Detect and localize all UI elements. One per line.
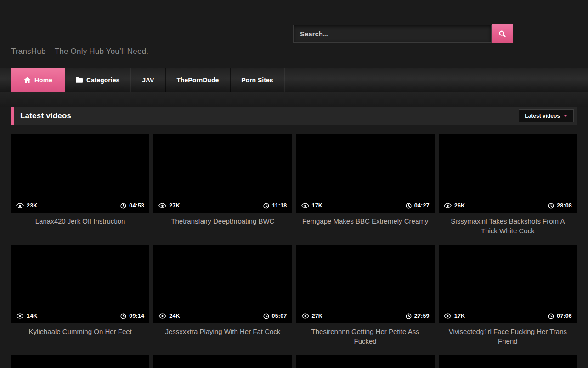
duration-stat: 05:07 [263,313,287,319]
search-bar [293,25,513,43]
nav-item-theporndude[interactable]: ThePornDude [165,68,230,92]
clock-icon [263,203,269,209]
video-thumbnail: 14K 09:14 [11,245,149,323]
eye-icon [301,313,309,319]
video-thumbnail [153,355,292,368]
nav-shadow [0,92,588,107]
duration-stat: 07:06 [548,313,572,319]
eye-icon [158,313,166,319]
views-stat: 17K [444,313,465,319]
video-thumbnail [296,355,435,368]
video-title: Jessxxxtra Playing With Her Fat Cock [153,323,292,355]
duration-value: 04:27 [414,202,430,209]
views-count: 24K [169,313,180,319]
video-stats-bar: 27K 27:59 [296,309,435,323]
video-thumbnail: 26K 28:08 [439,134,577,213]
video-card[interactable]: 17K 04:27 Femgape Makes BBC Extremely Cr… [296,134,435,245]
eye-icon [301,203,309,208]
sort-dropdown-label: Latest videos [525,113,560,119]
video-thumbnail [439,355,577,368]
duration-value: 28:08 [557,202,572,209]
video-thumbnail: 17K 04:27 [296,134,435,213]
video-card[interactable] [439,355,577,368]
views-stat: 17K [301,202,323,209]
views-count: 14K [27,313,38,319]
video-card[interactable] [296,355,435,368]
video-thumbnail: 24K 05:07 [153,245,292,323]
views-count: 27K [169,202,180,209]
video-card[interactable]: 14K 09:14 Kyliehaale Cumming On Her Feet [11,245,149,355]
nav-item-label: Porn Sites [241,76,273,84]
video-card[interactable]: 17K 07:06 Vivisectedg1rl Face Fucking He… [439,245,577,355]
search-icon [498,30,506,38]
video-stats-bar: 14K 09:14 [11,309,149,323]
section-title: Latest videos [20,111,71,121]
video-stats-bar: 24K 05:07 [153,309,292,323]
eye-icon [444,203,452,208]
duration-value: 05:07 [272,313,287,319]
site-title[interactable]: TransHub – The Only Hub You’ll Need. [11,47,148,56]
clock-icon [406,203,412,209]
duration-stat: 27:59 [406,313,430,319]
duration-stat: 04:53 [120,202,144,209]
nav-item-categories[interactable]: Categories [65,68,131,92]
video-title: Thesirennnn Getting Her Petite Ass Fucke… [296,323,435,355]
clock-icon [548,203,554,209]
video-title: Lanax420 Jerk Off Instruction [11,213,149,245]
eye-icon [158,203,166,208]
video-card[interactable]: 24K 05:07 Jessxxxtra Playing With Her Fa… [153,245,292,355]
video-grid: 23K 04:53 Lanax420 Jerk Off Instruction [11,134,577,368]
views-count: 26K [454,202,465,209]
clock-icon [120,313,126,319]
duration-stat: 04:27 [406,202,430,209]
eye-icon [16,313,24,319]
video-card[interactable]: 27K 27:59 Thesirennnn Getting Her Petite… [296,245,435,355]
search-input[interactable] [293,25,492,43]
clock-icon [263,313,269,319]
video-stats-bar: 26K 28:08 [439,199,577,213]
clock-icon [406,313,412,319]
duration-value: 11:18 [272,202,287,209]
video-title: Vivisectedg1rl Face Fucking Her Trans Fr… [439,323,577,355]
views-stat: 27K [158,202,180,209]
video-title: Thetransfairy Deepthroating BWC [153,213,292,245]
views-count: 23K [27,202,38,209]
views-stat: 23K [16,202,38,209]
home-icon [24,77,31,83]
section-header: Latest videos Latest videos [11,107,577,125]
video-card[interactable] [153,355,292,368]
eye-icon [16,203,24,208]
nav-item-home[interactable]: Home [11,68,65,92]
duration-stat: 28:08 [548,202,572,209]
duration-stat: 11:18 [263,202,287,209]
video-thumbnail: 27K 11:18 [153,134,292,213]
nav-item-label: Home [34,76,52,84]
views-stat: 24K [158,313,180,319]
nav-item-jav[interactable]: JAV [131,68,165,92]
video-card[interactable]: 27K 11:18 Thetransfairy Deepthroating BW… [153,134,292,245]
video-card[interactable]: 26K 28:08 Sissymaxinl Takes Backshots Fr… [439,134,577,245]
main-nav: Home Categories JAV ThePornDude Porn Sit… [0,68,588,92]
nav-item-label: ThePornDude [176,76,219,84]
video-card[interactable] [11,355,149,368]
video-stats-bar: 17K 04:27 [296,199,435,213]
nav-item-porn-sites[interactable]: Porn Sites [230,68,284,92]
folder-icon [76,77,83,83]
site-header: TransHub – The Only Hub You’ll Need. [0,0,588,68]
search-button[interactable] [492,24,513,43]
views-count: 17K [454,313,465,319]
duration-stat: 09:14 [120,313,144,319]
video-title: Kyliehaale Cumming On Her Feet [11,323,149,355]
video-thumbnail [11,355,149,368]
nav-item-label: JAV [142,76,154,84]
video-thumbnail: 17K 07:06 [439,245,577,323]
views-count: 17K [312,202,323,209]
sort-dropdown[interactable]: Latest videos [519,109,574,122]
video-card[interactable]: 23K 04:53 Lanax420 Jerk Off Instruction [11,134,149,245]
views-stat: 27K [301,313,323,319]
clock-icon [120,203,126,209]
video-thumbnail: 23K 04:53 [11,134,149,213]
eye-icon [444,313,452,319]
duration-value: 07:06 [557,313,572,319]
chevron-down-icon [563,115,568,117]
